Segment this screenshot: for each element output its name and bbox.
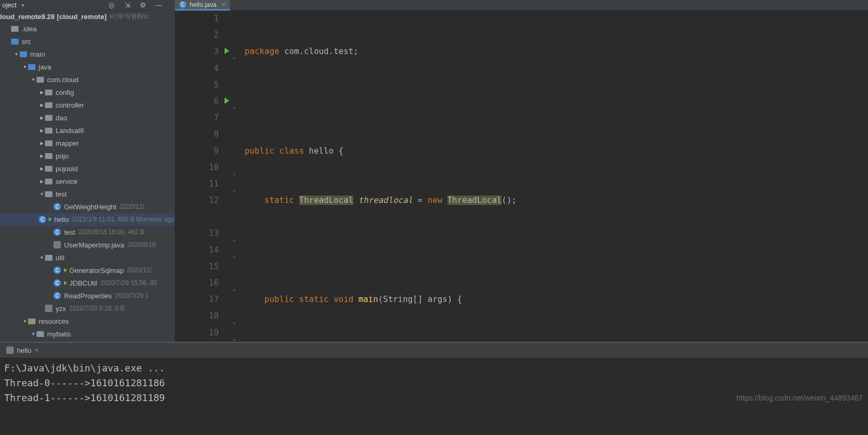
editor-tab-label: hello.java	[190, 1, 217, 8]
chevron-icon[interactable]: ▼	[31, 77, 36, 82]
run-config-icon	[6, 347, 14, 354]
tree-item-controller[interactable]: ▶controller	[0, 99, 175, 111]
chevron-icon[interactable]: ▶	[39, 179, 44, 184]
line-number: 11	[175, 176, 219, 192]
tree-item-dao[interactable]: ▶dao	[0, 111, 175, 124]
project-root[interactable]: loud_remote9.28 [cloud_remote] H:\学习资料\c	[0, 11, 175, 22]
target-icon[interactable]: ◎	[106, 1, 116, 10]
tree-item-landsat8[interactable]: ▶Landsat8	[0, 124, 175, 137]
line-number: 7	[175, 110, 219, 126]
close-icon[interactable]: ×	[222, 1, 226, 8]
package-icon	[44, 253, 53, 262]
gear-icon[interactable]: ⚙	[138, 1, 148, 10]
code-area[interactable]: package com.cloud.test; public class hel…	[240, 11, 868, 342]
tree-item-generatorsqlmap[interactable]: CGeneratorSqlmap2020/12/.	[0, 264, 175, 277]
line-number: 4	[175, 60, 219, 77]
tree-item-pojoold[interactable]: ▶pojoold	[0, 162, 175, 175]
fold-icon[interactable]: ⌄	[232, 49, 236, 65]
tree-item-service[interactable]: ▶service	[0, 175, 175, 188]
tree-item-resources[interactable]: ▼resources	[0, 315, 175, 327]
console-line: F:\Java\jdk\bin\java.exe ...	[4, 361, 864, 376]
chevron-icon[interactable]: ▶	[39, 90, 44, 95]
package-icon	[44, 139, 53, 147]
project-dropdown[interactable]: oject	[2, 1, 16, 9]
run-gutter-icon[interactable]	[225, 97, 229, 104]
java-file-icon	[44, 304, 53, 313]
chevron-icon[interactable]: ▼	[39, 192, 44, 197]
chevron-icon[interactable]: ▶	[39, 116, 44, 120]
line-number: 14	[175, 242, 219, 259]
chevron-icon[interactable]: ▶	[39, 154, 44, 158]
fold-icon[interactable]: ⌄	[232, 330, 236, 342]
fold-icon[interactable]: ⌄	[232, 99, 236, 115]
line-number: 8	[175, 126, 219, 143]
package-icon	[36, 75, 44, 84]
chevron-icon[interactable]: ▶	[39, 128, 44, 133]
project-tree[interactable]: loud_remote9.28 [cloud_remote] H:\学习资料\c…	[0, 11, 175, 342]
tree-item-label: pojoold	[56, 165, 78, 173]
tree-item-label: config	[56, 88, 74, 96]
package-icon	[44, 126, 53, 135]
class-icon: C	[39, 215, 46, 224]
tree-item-java[interactable]: ▼java	[0, 60, 175, 73]
chevron-icon[interactable]: ▼	[22, 65, 28, 69]
close-icon[interactable]: ×	[34, 347, 38, 354]
runnable-icon	[49, 217, 52, 221]
tree-item-jdbcutil[interactable]: CJDBCUtil2020/7/29 15:56, 85	[0, 277, 175, 289]
tree-item-hello[interactable]: Chello2021/1/9 11:01, 600 B Moments ago	[0, 213, 175, 226]
tree-item-label: Landsat8	[56, 127, 84, 135]
tree-item-test[interactable]: ▼test	[0, 188, 175, 200]
line-number: 17	[175, 291, 219, 308]
tree-item-util[interactable]: ▼util	[0, 251, 175, 264]
chevron-icon[interactable]: ▶	[39, 103, 44, 108]
chevron-icon[interactable]: ▼	[31, 332, 36, 336]
chevron-icon[interactable]: ▼	[14, 52, 19, 57]
line-number: 16	[175, 275, 219, 291]
toolbar: oject ▾ ◎ ⇲ ⚙ — C hello.java ×	[0, 0, 868, 11]
tree-item-pojo[interactable]: ▶pojo	[0, 149, 175, 162]
tree-item-meta: 2021/1/9 11:01, 600 B Moments ago	[72, 216, 175, 223]
line-number: 3	[175, 43, 219, 60]
run-tab-hello[interactable]: hello ×	[3, 344, 41, 357]
tree-item-config[interactable]: ▶config	[0, 86, 175, 99]
tree-item-usermaperimp-java[interactable]: UserMaperImp.java2020/8/18	[0, 238, 175, 251]
line-number: 15	[175, 259, 219, 275]
chevron-icon[interactable]: ▶	[39, 166, 44, 171]
fold-icon[interactable]: ⌄	[232, 314, 236, 330]
tree-item-getweightheight[interactable]: CGetWeightHeight2020/12/.	[0, 200, 175, 213]
line-number: 1	[175, 11, 219, 27]
tree-item-com-cloud[interactable]: ▼com.cloud	[0, 73, 175, 86]
dropdown-arrow-icon[interactable]: ▾	[22, 3, 24, 8]
tree-item-readproperties[interactable]: CReadProperties2020/7/29 1	[0, 289, 175, 302]
tree-item-label: mybatis	[47, 330, 71, 338]
run-gutter-icon[interactable]	[225, 48, 229, 54]
fold-icon[interactable]: ⌄	[232, 181, 236, 198]
chevron-icon[interactable]: ▶	[39, 141, 44, 146]
tree-item-src[interactable]: src	[0, 35, 175, 48]
tree-item-test[interactable]: Ctest2020/8/18 16:00, 462 B	[0, 226, 175, 238]
fold-icon[interactable]: ⌄	[232, 280, 236, 297]
folder-icon	[19, 50, 28, 58]
tree-item-yzx[interactable]: yzx2020/7/20 6:26, 0 B	[0, 302, 175, 315]
fold-icon[interactable]: ⌄	[232, 247, 236, 264]
class-icon: C	[53, 228, 61, 236]
tree-item-mybatis[interactable]: ▼mybatis	[0, 327, 175, 340]
tree-item-label: .idea	[22, 25, 37, 33]
fold-icon[interactable]: ⌄	[232, 165, 236, 181]
console-output[interactable]: F:\Java\jdk\bin\java.exe ... Thread-0---…	[0, 358, 868, 409]
code-editor[interactable]: 1234567891011121314151617181920 ⌄⌄⌄⌄⌄⌄⌄⌄…	[175, 11, 868, 342]
package-icon	[44, 113, 53, 122]
tree-item-label: mapper	[56, 139, 79, 147]
class-icon: C	[53, 202, 61, 211]
tree-item-main[interactable]: ▼main	[0, 48, 175, 60]
editor-tab-hello[interactable]: C hello.java ×	[175, 0, 230, 11]
minimize-icon[interactable]: —	[154, 1, 164, 10]
fold-icon[interactable]: ⌄	[232, 231, 236, 247]
tree-item-mapper[interactable]: ▶mapper	[0, 137, 175, 149]
tree-item-label: src	[22, 38, 31, 46]
package-icon	[44, 177, 53, 185]
tree-item--idea[interactable]: .idea	[0, 22, 175, 35]
chevron-icon[interactable]: ▼	[39, 255, 44, 260]
chevron-icon[interactable]: ▼	[22, 319, 28, 324]
collapse-all-icon[interactable]: ⇲	[122, 1, 132, 10]
